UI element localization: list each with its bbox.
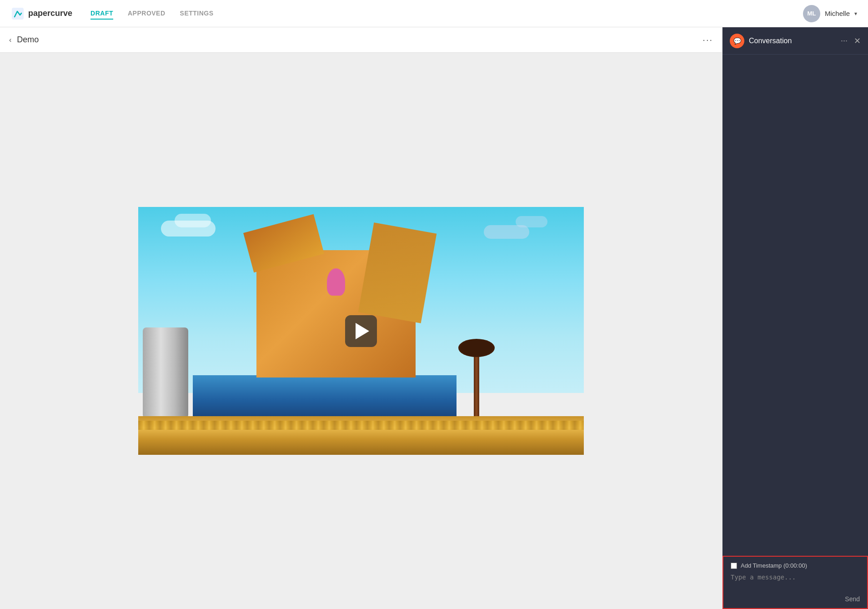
video-area xyxy=(0,53,722,609)
character-figure xyxy=(327,268,345,296)
back-button[interactable]: ‹ xyxy=(9,36,11,44)
timestamp-label: Add Timestamp (0:00:00) xyxy=(741,562,807,569)
conversation-actions: ··· ✕ xyxy=(841,36,861,46)
video-container xyxy=(138,207,584,455)
cloud-1b xyxy=(175,214,211,227)
cloud-2b xyxy=(516,216,547,227)
app-name: papercurve xyxy=(28,9,72,18)
video-thumbnail xyxy=(138,207,584,455)
nav-draft[interactable]: DRAFT xyxy=(90,8,113,20)
username: Michelle xyxy=(825,10,850,17)
send-row: Send xyxy=(731,595,860,603)
nav-links: DRAFT APPROVED SETTINGS xyxy=(90,8,803,20)
left-panel: ‹ Demo ··· xyxy=(0,27,722,609)
send-button[interactable]: Send xyxy=(845,595,860,603)
nav-approved[interactable]: APPROVED xyxy=(128,8,166,20)
message-input-area: Add Timestamp (0:00:00) Send xyxy=(722,556,868,609)
gray-roller xyxy=(143,327,188,418)
user-menu[interactable]: ML Michelle ▾ xyxy=(803,5,857,22)
plunger-stick xyxy=(474,352,479,416)
golden-frame xyxy=(138,416,584,455)
conversation-title: Conversation xyxy=(749,37,841,45)
golden-frame-detail xyxy=(138,421,584,430)
page-title: Demo xyxy=(17,35,702,45)
timestamp-checkbox[interactable] xyxy=(731,563,737,569)
blue-platform xyxy=(193,375,457,416)
chat-icon: 💬 xyxy=(733,37,741,45)
conversation-header: 💬 Conversation ··· ✕ xyxy=(722,27,868,55)
conversation-more-button[interactable]: ··· xyxy=(841,36,848,45)
nav-settings[interactable]: SETTINGS xyxy=(180,8,214,20)
avatar-initials: ML xyxy=(808,10,816,17)
more-options-button[interactable]: ··· xyxy=(702,35,713,45)
logo[interactable]: papercurve xyxy=(11,7,72,20)
conversation-close-button[interactable]: ✕ xyxy=(854,36,861,46)
subheader: ‹ Demo ··· xyxy=(0,27,722,53)
conversation-icon: 💬 xyxy=(730,34,744,48)
conversation-panel: 💬 Conversation ··· ✕ Add Timestamp (0:00… xyxy=(722,27,868,609)
conversation-body xyxy=(722,55,868,556)
play-icon xyxy=(356,323,369,339)
plunger-head xyxy=(458,339,495,357)
svg-rect-0 xyxy=(12,8,24,20)
message-input[interactable] xyxy=(731,574,860,592)
chevron-down-icon: ▾ xyxy=(854,10,857,17)
avatar: ML xyxy=(803,5,820,22)
timestamp-row: Add Timestamp (0:00:00) xyxy=(731,562,860,569)
main-content: ‹ Demo ··· xyxy=(0,27,868,609)
back-icon: ‹ xyxy=(9,36,11,44)
top-nav: papercurve DRAFT APPROVED SETTINGS ML Mi… xyxy=(0,0,868,27)
play-button[interactable] xyxy=(345,315,377,347)
papercurve-logo-icon xyxy=(11,7,25,20)
